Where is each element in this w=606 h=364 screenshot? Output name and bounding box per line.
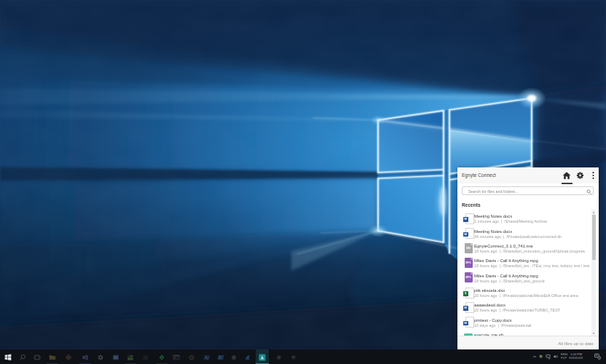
svg-text:2: 2 bbox=[599, 357, 600, 360]
